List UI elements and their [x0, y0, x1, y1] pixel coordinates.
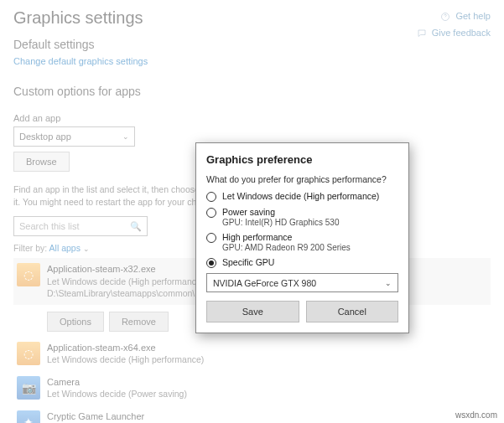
radio-option-specific-gpu[interactable]: Specific GPU: [206, 257, 398, 268]
help-icon: [440, 12, 450, 22]
app-icon: ◌: [17, 342, 40, 365]
app-name: Application-steam-x64.exe: [47, 342, 204, 354]
gpu-value: NVIDIA GeForce GTX 980: [213, 278, 316, 288]
cancel-button[interactable]: Cancel: [306, 301, 399, 322]
dialog-question: What do you prefer for graphics performa…: [206, 174, 398, 184]
give-feedback-link[interactable]: Give feedback: [417, 25, 491, 42]
help-links: Get help Give feedback: [417, 8, 491, 42]
browse-label: Browse: [26, 157, 57, 167]
option-sublabel: GPU: AMD Radeon R9 200 Series: [222, 243, 351, 252]
feedback-icon: [417, 28, 427, 39]
app-name: Camera: [47, 376, 187, 389]
remove-button[interactable]: Remove: [109, 312, 169, 332]
filter-label: Filter by:: [13, 243, 47, 253]
remove-label: Remove: [122, 317, 156, 327]
app-name: Cryptic Game Launcher: [47, 410, 204, 423]
save-label: Save: [242, 307, 263, 317]
app-pref: Let Windows decide (High performance): [47, 353, 204, 365]
radio-option-power-saving[interactable]: Power saving GPU: Intel(R) HD Graphics 5…: [206, 207, 398, 227]
app-type-value: Desktop app: [19, 132, 71, 142]
option-sublabel: GPU: Intel(R) HD Graphics 530: [222, 218, 340, 227]
filter-value[interactable]: All apps ⌄: [49, 243, 90, 253]
cancel-label: Cancel: [338, 307, 366, 317]
browse-button[interactable]: Browse: [13, 152, 70, 172]
dialog-title: Graphics preference: [206, 153, 398, 166]
list-item[interactable]: ◌ Application-steam-x64.exe Let Windows …: [13, 337, 491, 371]
option-label: Specific GPU: [222, 257, 274, 267]
app-type-select[interactable]: Desktop app ⌄: [13, 126, 135, 147]
get-help-label: Get help: [455, 8, 491, 25]
app-icon: ◌: [17, 263, 40, 286]
search-icon: 🔍: [130, 221, 142, 232]
save-button[interactable]: Save: [206, 301, 299, 322]
search-input[interactable]: Search this list 🔍: [13, 216, 148, 236]
give-feedback-label: Give feedback: [432, 25, 491, 42]
option-label: Power saving: [222, 207, 340, 217]
radio-option-high-performance[interactable]: High performance GPU: AMD Radeon R9 200 …: [206, 232, 398, 252]
graphics-preference-dialog: Graphics preference What do you prefer f…: [195, 142, 409, 333]
search-placeholder: Search this list: [19, 221, 80, 231]
option-label: Let Windows decide (High performance): [222, 191, 379, 201]
radio-icon: [206, 258, 216, 268]
chevron-down-icon: ⌄: [83, 245, 90, 253]
options-label: Options: [60, 317, 91, 327]
add-app-label: Add an app: [13, 113, 491, 123]
get-help-link[interactable]: Get help: [417, 8, 491, 25]
chevron-down-icon: ⌄: [122, 132, 129, 141]
change-default-link[interactable]: Change default graphics settings: [13, 56, 491, 66]
radio-icon: [206, 192, 216, 202]
options-button[interactable]: Options: [47, 312, 104, 332]
radio-option-windows-decide[interactable]: Let Windows decide (High performance): [206, 191, 398, 202]
watermark: wsxdn.com: [455, 410, 497, 420]
custom-heading: Custom options for apps: [13, 85, 491, 98]
list-item[interactable]: ✦ Cryptic Game Launcher Let Windows deci…: [13, 405, 491, 423]
radio-icon: [206, 233, 216, 243]
app-icon: ✦: [17, 410, 40, 423]
list-item[interactable]: 📷 Camera Let Windows decide (Power savin…: [13, 371, 491, 405]
radio-icon: [206, 208, 216, 218]
app-icon: 📷: [17, 376, 40, 400]
option-label: High performance: [222, 232, 351, 242]
app-pref: Let Windows decide (Power saving): [47, 388, 187, 400]
gpu-select[interactable]: NVIDIA GeForce GTX 980 ⌄: [206, 273, 398, 292]
chevron-down-icon: ⌄: [385, 279, 392, 287]
